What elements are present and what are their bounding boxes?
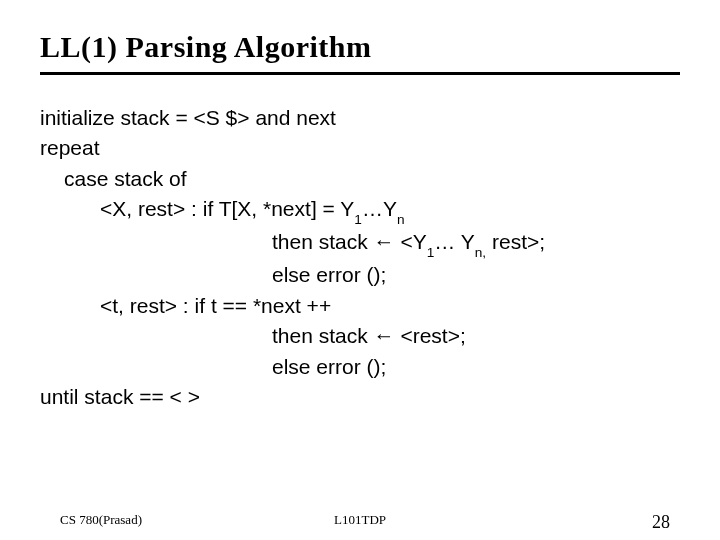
text: error (); xyxy=(311,263,387,286)
line-repeat: repeat xyxy=(40,133,680,163)
slide-title: LL(1) Parsing Algorithm xyxy=(40,30,680,64)
text: stack = <S $> xyxy=(115,106,256,129)
text: stack == < > xyxy=(79,385,200,408)
text: stack xyxy=(108,167,169,190)
subscript: 1 xyxy=(427,245,435,260)
arrow-icon: ← xyxy=(374,324,395,347)
text: <Y xyxy=(395,230,427,253)
kw-if: if xyxy=(203,197,214,220)
kw-initialize: initialize xyxy=(40,106,115,129)
text: …Y xyxy=(362,197,397,220)
text: error (); xyxy=(311,355,387,378)
kw-else: else xyxy=(272,263,311,286)
line-case: case stack of xyxy=(40,164,680,194)
slide: LL(1) Parsing Algorithm initialize stack… xyxy=(0,0,720,540)
line-then-X: then stack ← <Y1… Yn, rest>; xyxy=(40,227,680,260)
kw-case: case xyxy=(64,167,108,190)
kw-else: else xyxy=(272,355,311,378)
line-case-X: <X, rest> : if T[X, *next] = Y1…Yn xyxy=(40,194,680,227)
text: <t, rest> : xyxy=(100,294,195,317)
title-rule xyxy=(40,72,680,75)
text: <rest>; xyxy=(395,324,466,347)
kw-then: then xyxy=(272,230,313,253)
kw-if: if xyxy=(195,294,206,317)
kw-and: and xyxy=(255,106,290,129)
text: stack xyxy=(313,324,374,347)
footer-center: L101TDP xyxy=(0,512,720,528)
kw-of: of xyxy=(169,167,187,190)
kw-repeat: repeat xyxy=(40,136,100,159)
line-else-X: else error (); xyxy=(40,260,680,290)
text: next xyxy=(290,106,336,129)
kw-then: then xyxy=(272,324,313,347)
subscript: n xyxy=(397,212,405,227)
footer-page-number: 28 xyxy=(652,512,670,533)
text: rest>; xyxy=(486,230,545,253)
arrow-icon: ← xyxy=(374,230,395,253)
line-then-t: then stack ← <rest>; xyxy=(40,321,680,351)
subscript: 1 xyxy=(354,212,362,227)
text: t == *next ++ xyxy=(205,294,331,317)
line-else-t: else error (); xyxy=(40,352,680,382)
text: … Y xyxy=(434,230,474,253)
algorithm-body: initialize stack = <S $> and next repeat… xyxy=(40,103,680,412)
text: T[X, *next] = Y xyxy=(213,197,354,220)
line-until: until stack == < > xyxy=(40,382,680,412)
line-case-t: <t, rest> : if t == *next ++ xyxy=(40,291,680,321)
kw-until: until xyxy=(40,385,79,408)
line-initialize: initialize stack = <S $> and next xyxy=(40,103,680,133)
text: <X, rest> : xyxy=(100,197,203,220)
text: stack xyxy=(313,230,374,253)
subscript: n, xyxy=(475,245,486,260)
